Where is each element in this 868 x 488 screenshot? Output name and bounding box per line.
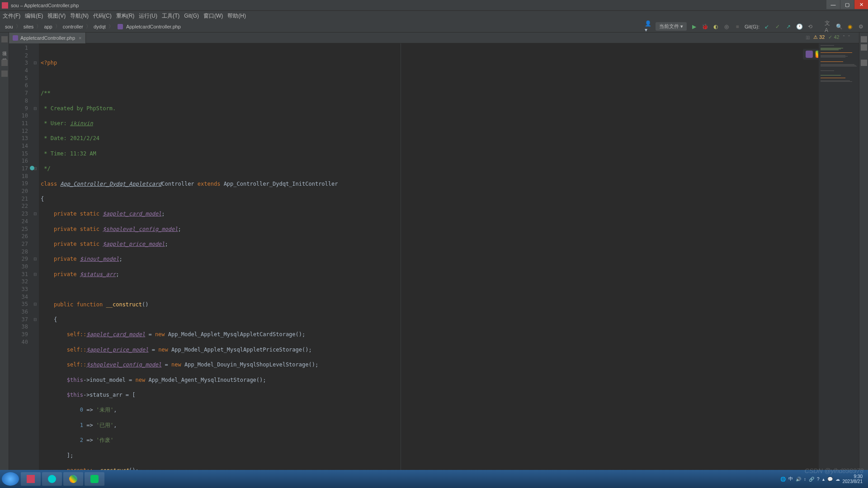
maximize-button[interactable]: ▢ — [840, 0, 854, 9]
crumb-app[interactable]: app — [44, 24, 52, 29]
start-button[interactable] — [2, 472, 19, 486]
editor-tabs: AppletcardController.php × — [9, 33, 859, 43]
code-editor[interactable]: <?php /** * Created by PhpStorm. * User:… — [39, 43, 818, 470]
php-file-icon — [118, 24, 123, 29]
crumb-root[interactable]: sou — [5, 24, 13, 29]
commit-tool-icon[interactable] — [1, 60, 8, 66]
close-tab-icon[interactable]: × — [79, 35, 81, 41]
tray-more[interactable]: ▴ — [822, 477, 825, 482]
tray-wechat[interactable]: 💬 — [827, 477, 833, 482]
file-tab[interactable]: AppletcardController.php × — [9, 33, 86, 43]
menu-tools[interactable]: 工具(T) — [162, 12, 179, 20]
tray-volume[interactable]: 🔊 — [796, 477, 801, 482]
sidebar-structure[interactable]: 结构 — [0, 52, 9, 57]
app-icon — [2, 2, 8, 9]
tray-icon[interactable]: 🌐 — [780, 477, 786, 482]
crumb-dydqt[interactable]: dydqt — [94, 24, 106, 29]
tray-clock[interactable]: 9:30 2023/8/21 — [843, 474, 863, 484]
crumb-controller[interactable]: controller — [63, 24, 83, 29]
debug-button[interactable]: 🐞 — [701, 23, 708, 30]
menu-view[interactable]: 视图(V) — [47, 12, 66, 20]
menu-edit[interactable]: 编辑(E) — [25, 12, 43, 20]
right-tool-sidebar — [859, 33, 868, 470]
git-label: Git(G): — [745, 24, 760, 29]
menubar: 文件(F) 编辑(E) 视图(V) 导航(N) 代码(C) 重构(R) 运行(U… — [0, 11, 868, 21]
git-push-icon[interactable]: ↗ — [785, 23, 792, 30]
fold-gutter: ⊟⊟⊟⊟⊟⊟⊟⊟ — [32, 43, 39, 470]
taskbar-app1[interactable] — [42, 472, 62, 486]
system-tray: 🌐 中 🔊 ↕ 🔗 ? ▴ 💬 ☁ 9:30 2023/8/21 — [780, 474, 866, 484]
line-numbers: 1234567891011121314151617181920212223242… — [9, 43, 32, 470]
tray-app[interactable]: ☁ — [835, 477, 840, 482]
minimize-button[interactable]: — — [826, 0, 840, 9]
run-button[interactable]: ▶ — [690, 23, 698, 30]
user-icon[interactable]: 👤▾ — [645, 23, 652, 30]
remote-tool-icon[interactable] — [861, 44, 867, 51]
menu-refactor[interactable]: 重构(R) — [116, 12, 135, 20]
window-title: sou – AppletcardController.php — [11, 3, 866, 8]
git-history-icon[interactable]: 🕐 — [796, 23, 803, 30]
tray-ime[interactable]: 中 — [788, 476, 793, 482]
settings-icon[interactable]: ⚙ — [857, 23, 864, 30]
typo-count[interactable]: ✓ 42 — [828, 34, 839, 40]
git-commit-icon[interactable]: ✓ — [774, 23, 781, 30]
csdn-watermark: CSDN @ylhd898978 — [805, 467, 863, 474]
nav-up-icon[interactable]: ˆ — [843, 35, 845, 40]
tray-help[interactable]: ? — [817, 477, 820, 482]
tray-link[interactable]: 🔗 — [809, 477, 814, 482]
menu-code[interactable]: 代码(C) — [93, 12, 112, 20]
editor-content[interactable]: 1234567891011121314151617181920212223242… — [9, 43, 859, 470]
margin-line — [401, 43, 401, 470]
minimap[interactable] — [818, 43, 859, 470]
locale-icon[interactable]: 文A — [825, 23, 832, 30]
left-tool-sidebar: 项目 结构 — [0, 33, 9, 470]
search-icon[interactable]: 🔍 — [835, 23, 843, 30]
eye-icon[interactable]: 👁⃠ — [806, 35, 810, 40]
titlebar: sou – AppletcardController.php — ▢ ✕ — [0, 0, 868, 11]
menu-file[interactable]: 文件(F) — [3, 12, 20, 20]
run-config-dropdown[interactable]: 当前文件 ▾ — [656, 22, 687, 31]
inspection-bar: 👁⃠ ⚠ 32 ✓ 42 ˆ ˇ — [806, 34, 850, 40]
profile-icon[interactable]: ◎ — [723, 23, 730, 30]
taskbar-phpstorm[interactable] — [21, 472, 41, 486]
warnings-count[interactable]: ⚠ 32 — [813, 34, 825, 40]
windows-taskbar: 🌐 中 🔊 ↕ 🔗 ? ▴ 💬 ☁ 9:30 2023/8/21 — [0, 470, 868, 488]
menu-run[interactable]: 运行(U) — [139, 12, 157, 20]
stop-icon[interactable]: ■ — [734, 23, 741, 30]
git-pull-icon[interactable]: ↙ — [763, 23, 770, 30]
menu-help[interactable]: 帮助(H) — [227, 12, 246, 20]
crumb-file[interactable]: AppletcardController.php — [126, 24, 181, 29]
taskbar-wechat[interactable] — [85, 472, 104, 486]
project-tool-icon[interactable] — [1, 36, 8, 42]
editor-area: AppletcardController.php × 👁⃠ ⚠ 32 ✓ 42 … — [9, 33, 859, 470]
more-tool-icon[interactable] — [861, 60, 867, 66]
sidebar-project[interactable]: 项目 — [0, 45, 9, 51]
menu-navigate[interactable]: 导航(N) — [70, 12, 89, 20]
navbar: sou〉 sites〉 app〉 controller〉 dydqt〉 Appl… — [0, 21, 868, 33]
taskbar-chrome[interactable] — [63, 472, 83, 486]
tab-filename: AppletcardController.php — [20, 35, 75, 41]
menu-window[interactable]: 窗口(W) — [203, 12, 223, 20]
coverage-icon[interactable]: ◐ — [712, 23, 719, 30]
close-button[interactable]: ✕ — [854, 0, 868, 9]
breadcrumb: sou〉 sites〉 app〉 controller〉 dydqt〉 Appl… — [4, 23, 645, 30]
database-tool-icon[interactable] — [861, 36, 867, 42]
menu-git[interactable]: Git(G) — [184, 13, 199, 19]
crumb-sites[interactable]: sites — [24, 24, 34, 29]
nav-down-icon[interactable]: ˇ — [848, 35, 850, 40]
php-file-icon — [13, 35, 18, 41]
favorites-tool-icon[interactable] — [1, 70, 8, 77]
tray-net[interactable]: ↕ — [804, 477, 806, 482]
settings-help-icon[interactable]: ◉ — [846, 23, 854, 30]
git-revert-icon[interactable]: ⟲ — [807, 23, 814, 30]
